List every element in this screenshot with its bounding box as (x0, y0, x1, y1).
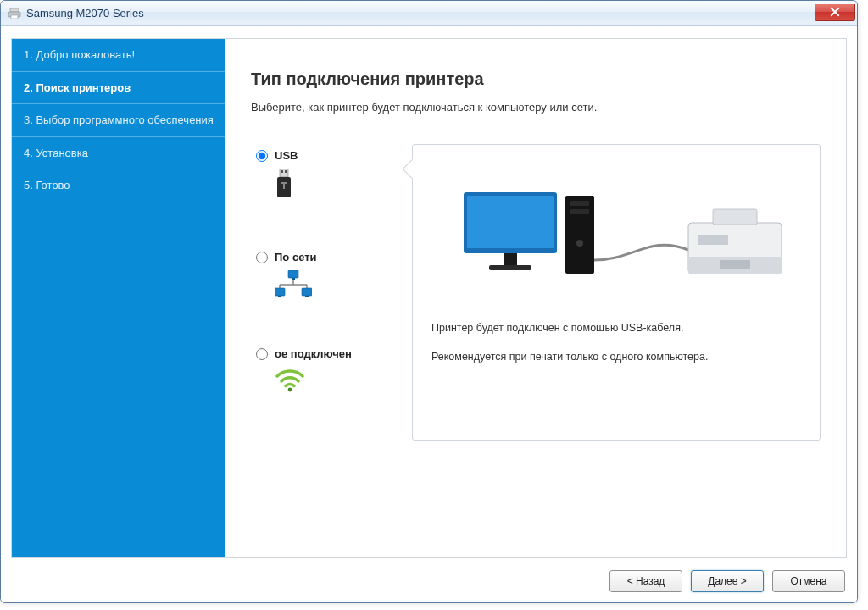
option-network[interactable]: По сети (256, 251, 395, 300)
svg-rect-29 (698, 235, 728, 245)
sidebar-step-5: 5. Готово (12, 169, 225, 202)
content-area: 1. Добро пожаловать! 2. Поиск принтеров … (1, 26, 857, 602)
window-controls (815, 5, 855, 22)
printer-icon (8, 7, 21, 20)
sidebar: 1. Добро пожаловать! 2. Поиск принтеров … (12, 39, 225, 557)
svg-rect-3 (280, 169, 288, 177)
svg-rect-16 (305, 296, 309, 297)
cancel-button[interactable]: Отмена (772, 570, 845, 592)
svg-point-17 (288, 388, 292, 392)
preview-panel: Принтер будет подключен с помощью USB-ка… (412, 144, 821, 441)
svg-rect-13 (275, 288, 285, 296)
svg-rect-23 (570, 201, 589, 206)
svg-rect-7 (288, 270, 298, 278)
option-wireless-label: ое подключен (275, 347, 352, 360)
close-button[interactable] (815, 4, 855, 21)
option-network-label: По сети (275, 251, 317, 263)
options-layout: USB (251, 144, 821, 441)
sidebar-step-2: 2. Поиск принтеров (12, 72, 225, 105)
svg-rect-30 (720, 260, 750, 269)
svg-rect-5 (285, 170, 287, 173)
network-icon (275, 270, 312, 300)
button-row: < Назад Далее > Отмена (609, 570, 845, 592)
svg-rect-8 (292, 278, 295, 280)
svg-rect-28 (713, 209, 757, 225)
preview-line-1: Принтер будет подключен с помощью USB-ка… (431, 319, 801, 336)
option-wireless[interactable]: ое подключен (256, 347, 395, 395)
svg-rect-2 (11, 15, 18, 19)
svg-rect-14 (278, 296, 281, 297)
radio-network[interactable] (256, 252, 268, 263)
svg-rect-24 (570, 209, 589, 214)
sidebar-step-3: 3. Выбор программного обеспечения (12, 104, 225, 137)
radio-usb[interactable] (256, 150, 268, 162)
option-usb-label: USB (275, 149, 298, 162)
svg-rect-0 (10, 8, 19, 12)
usb-icon (275, 169, 293, 203)
back-button[interactable]: < Назад (609, 570, 682, 592)
svg-rect-22 (565, 196, 594, 274)
preview-description: Принтер будет подключен с помощью USB-ка… (431, 319, 801, 377)
svg-rect-21 (489, 265, 531, 270)
main-panel: Тип подключения принтера Выберите, как п… (225, 39, 846, 557)
sidebar-step-4: 4. Установка (12, 137, 225, 170)
content-frame: 1. Добро пожаловать! 2. Поиск принтеров … (11, 38, 847, 558)
connection-illustration (431, 184, 801, 294)
wifi-icon (275, 367, 305, 395)
radio-wireless[interactable] (256, 348, 268, 360)
option-usb[interactable]: USB (256, 149, 395, 203)
svg-rect-20 (504, 253, 517, 265)
page-title: Тип подключения принтера (251, 69, 821, 89)
preview-line-2: Рекомендуется при печати только с одного… (431, 348, 801, 365)
installer-window: Samsung M2070 Series 1. Добро пожаловать… (0, 0, 858, 603)
sidebar-step-1: 1. Добро пожаловать! (12, 39, 225, 72)
page-subtitle: Выберите, как принтер будет подключаться… (251, 101, 821, 114)
window-title: Samsung M2070 Series (26, 7, 144, 19)
next-button[interactable]: Далее > (691, 570, 764, 592)
svg-rect-19 (467, 196, 554, 248)
titlebar[interactable]: Samsung M2070 Series (1, 1, 857, 26)
svg-rect-4 (281, 170, 283, 173)
connection-options: USB (251, 144, 395, 441)
svg-point-25 (576, 240, 583, 247)
svg-rect-15 (302, 288, 312, 296)
